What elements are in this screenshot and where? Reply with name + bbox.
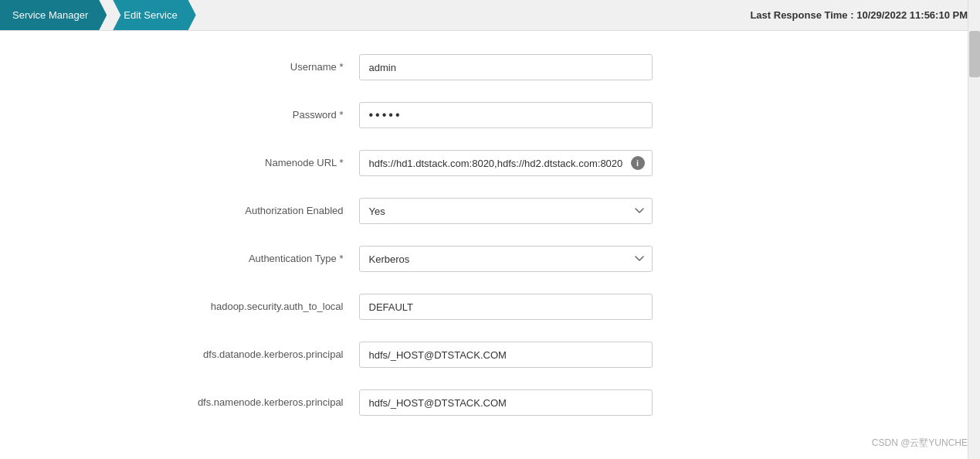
watermark: CSDN @云墅YUNCHE (872, 437, 968, 450)
dfs-datanode-label: dfs.datanode.kerberos.principal (174, 348, 359, 362)
namenode-url-row: Namenode URL * i (174, 150, 807, 176)
scroll-thumb[interactable] (969, 31, 980, 77)
authentication-type-label: Authentication Type * (174, 252, 359, 266)
namenode-url-field: i (359, 150, 653, 176)
namenode-url-input[interactable] (359, 150, 653, 176)
dfs-namenode-label: dfs.namenode.kerberos.principal (174, 396, 359, 410)
dfs-datanode-row: dfs.datanode.kerberos.principal (174, 342, 807, 368)
dfs-namenode-field (359, 389, 653, 416)
username-input[interactable] (359, 54, 653, 80)
hadoop-security-label: hadoop.security.auth_to_local (174, 300, 359, 314)
username-label: Username * (174, 60, 359, 74)
last-response-time: Last Response Time : 10/29/2022 11:56:10… (750, 9, 968, 21)
authentication-type-field: Kerberos Simple (359, 246, 653, 272)
username-field (359, 54, 653, 80)
dfs-datanode-field (359, 342, 653, 368)
password-row: Password * (174, 102, 807, 128)
namenode-url-label: Namenode URL * (174, 156, 359, 170)
hadoop-security-field (359, 294, 653, 320)
password-input[interactable] (359, 102, 653, 128)
namenode-url-info-icon[interactable]: i (631, 156, 645, 170)
watermark-text: CSDN @云墅YUNCHE (872, 437, 968, 448)
authorization-enabled-row: Authorization Enabled Yes No (174, 198, 807, 224)
breadcrumb-service-manager-label: Service Manager (12, 9, 88, 21)
dfs-datanode-input[interactable] (359, 342, 653, 368)
password-label: Password * (174, 108, 359, 122)
breadcrumb-service-manager[interactable]: Service Manager (0, 0, 107, 30)
last-response-label: Last Response Time : (750, 9, 853, 21)
authentication-type-row: Authentication Type * Kerberos Simple (174, 246, 807, 272)
breadcrumb-edit-service[interactable]: Edit Service (105, 0, 195, 30)
main-content: Username * Password * Namenode URL * i (0, 31, 980, 459)
hadoop-security-row: hadoop.security.auth_to_local (174, 294, 807, 320)
dfs-namenode-row: dfs.namenode.kerberos.principal (174, 389, 807, 416)
header: Service Manager Edit Service Last Respon… (0, 0, 980, 31)
password-field (359, 102, 653, 128)
hadoop-security-input[interactable] (359, 294, 653, 320)
dfs-namenode-input[interactable] (359, 389, 653, 416)
authorization-enabled-field: Yes No (359, 198, 653, 224)
last-response-value: 10/29/2022 11:56:10 PM (856, 9, 968, 21)
namenode-url-input-wrapper: i (359, 150, 653, 176)
breadcrumb: Service Manager Edit Service (0, 0, 196, 30)
scrollbar[interactable] (968, 0, 980, 459)
username-row: Username * (174, 54, 807, 80)
authorization-enabled-select[interactable]: Yes No (359, 198, 653, 224)
form-container: Username * Password * Namenode URL * i (143, 54, 838, 416)
authorization-enabled-label: Authorization Enabled (174, 204, 359, 218)
authentication-type-select[interactable]: Kerberos Simple (359, 246, 653, 272)
breadcrumb-edit-service-label: Edit Service (124, 9, 177, 21)
